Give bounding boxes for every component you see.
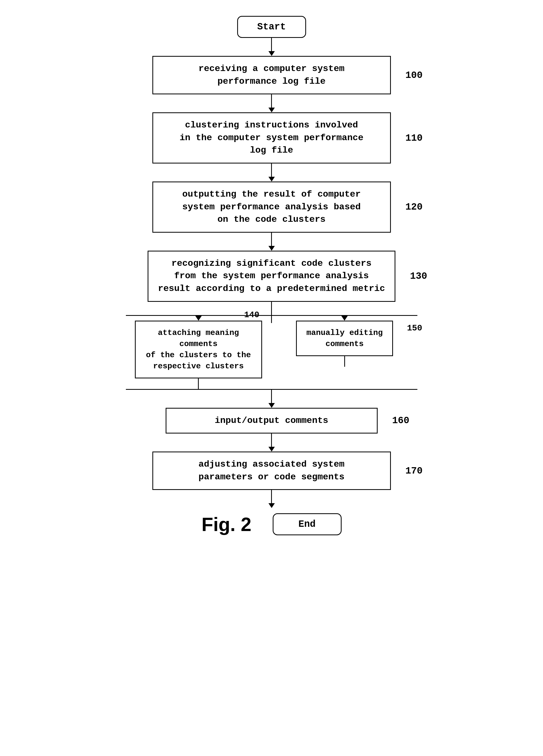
conn-150-merge <box>344 356 345 367</box>
conn-130-branch <box>271 302 272 315</box>
branch-split: attaching meaning commentsof the cluster… <box>126 315 417 389</box>
step110-box: clustering instructions involvedin the c… <box>152 112 391 163</box>
branch-section: attaching meaning commentsof the cluster… <box>126 315 417 408</box>
step140-number: 140 <box>244 310 259 320</box>
branch-left: attaching meaning commentsof the cluster… <box>126 315 271 389</box>
start-wrapper: Start <box>0 16 543 56</box>
step160-label: input/output comments <box>215 415 328 426</box>
start-box: Start <box>237 16 306 38</box>
step130-box: recognizing significant code clustersfro… <box>148 251 395 302</box>
step110-wrapper: clustering instructions involvedin the c… <box>0 112 543 182</box>
arrow-110-120 <box>268 177 275 182</box>
step150-number: 150 <box>407 323 422 333</box>
arrow-120-130 <box>268 246 275 251</box>
step130-wrapper: recognizing significant code clustersfro… <box>0 251 543 315</box>
arrow-100-110 <box>268 108 275 112</box>
step110-box-wrapper: clustering instructions involvedin the c… <box>152 112 391 163</box>
step130-label: recognizing significant code clustersfro… <box>158 258 385 294</box>
step170-box-wrapper: adjusting associated systemparameters or… <box>152 452 391 490</box>
step150-label: manually editingcomments <box>306 328 383 348</box>
flowchart: Start receiving a computer systemperform… <box>0 0 543 756</box>
step100-number: 100 <box>405 70 423 81</box>
step100-label: receiving a computer systemperformance l… <box>198 64 345 86</box>
step120-label: outputting the result of computersystem … <box>182 189 361 224</box>
fig-label: Fig. 2 <box>201 514 251 535</box>
arrow-160-170 <box>268 447 275 452</box>
step170-wrapper: adjusting associated systemparameters or… <box>0 452 543 508</box>
arrow-start-100 <box>268 51 275 56</box>
step170-number: 170 <box>405 465 423 476</box>
step100-box: receiving a computer systemperformance l… <box>152 56 391 94</box>
arrow-merge-160 <box>268 403 275 408</box>
end-row: Fig. 2 End <box>201 513 341 535</box>
conn-100-110 <box>271 94 272 108</box>
arrow-to-150 <box>341 316 348 321</box>
branch-right: manually editingcomments 150 <box>272 315 417 367</box>
step140-box-wrapper: attaching meaning commentsof the cluster… <box>135 321 262 378</box>
step170-box: adjusting associated systemparameters or… <box>152 452 391 490</box>
step120-wrapper: outputting the result of computersystem … <box>0 182 543 251</box>
step160-wrapper: input/output comments 160 <box>0 408 543 452</box>
end-label: End <box>298 519 316 530</box>
step160-box-wrapper: input/output comments 160 <box>166 408 378 434</box>
end-box: End <box>273 513 342 535</box>
step160-box: input/output comments <box>166 408 378 434</box>
step140-label: attaching meaning commentsof the cluster… <box>146 328 251 371</box>
step170-label: adjusting associated systemparameters or… <box>198 459 345 482</box>
arrow-to-140 <box>195 316 202 321</box>
merge-h-line <box>126 389 417 390</box>
conn-160-170 <box>271 434 272 447</box>
step140-box: attaching meaning commentsof the cluster… <box>135 321 262 378</box>
step130-number: 130 <box>410 271 427 282</box>
conn-140-merge <box>198 378 199 389</box>
step160-number: 160 <box>392 415 409 426</box>
step120-box: outputting the result of computersystem … <box>152 182 391 233</box>
conn-110-120 <box>271 163 272 177</box>
conn-170-end <box>271 490 272 503</box>
step150-box: manually editingcomments <box>296 321 393 356</box>
step120-number: 120 <box>405 202 423 213</box>
step110-number: 110 <box>405 132 423 143</box>
step150-box-wrapper: manually editingcomments 150 <box>296 321 393 356</box>
step100-box-wrapper: receiving a computer systemperformance l… <box>152 56 391 94</box>
arrow-170-end <box>268 503 275 508</box>
step120-box-wrapper: outputting the result of computersystem … <box>152 182 391 233</box>
start-box-wrapper: Start <box>237 16 306 38</box>
step130-box-wrapper: recognizing significant code clustersfro… <box>148 251 395 302</box>
step100-wrapper: receiving a computer systemperformance l… <box>0 56 543 112</box>
conn-120-130 <box>271 233 272 246</box>
conn-merge-160 <box>271 390 272 403</box>
start-label: Start <box>257 21 286 32</box>
conn-start-100 <box>271 38 272 51</box>
step110-label: clustering instructions involvedin the c… <box>180 120 364 155</box>
